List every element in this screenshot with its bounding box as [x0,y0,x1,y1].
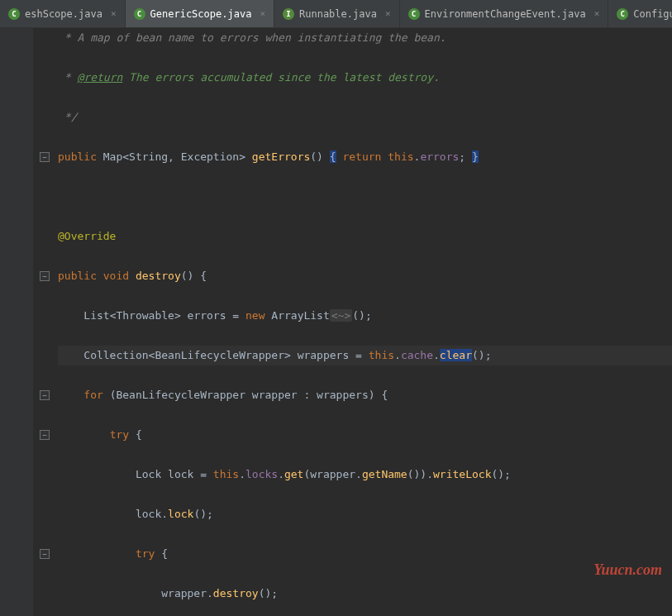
type: Exception [181,150,239,163]
keyword: this [369,349,394,361]
method: get [284,468,303,480]
variable: wrapper [310,468,355,480]
field: locks [245,468,278,480]
keyword: void [103,270,129,282]
keyword: return [342,150,381,163]
type: Collection [83,349,148,361]
editor-tabs: CeshScope.java×CGenericScope.java×IRunna… [0,0,672,28]
javadoc: The errors accumulated since the latest … [122,71,440,84]
keyword: new [245,309,265,322]
hint: <~> [330,309,352,322]
brace: } [472,150,479,163]
method: destroy [136,270,181,282]
field: cache [401,349,433,361]
variable: wrappers [317,389,369,401]
method: destroy [213,587,259,599]
close-icon[interactable]: × [256,8,265,19]
keyword: public [58,150,97,163]
class-icon: C [617,8,628,20]
keyword: public [58,270,97,282]
variable: lock [136,508,161,520]
editor-tab[interactable]: CGenericScope.java× [126,0,274,27]
type: BeanLifecycleWrapper [116,389,245,401]
fold-icon[interactable]: − [40,152,50,162]
editor-tab[interactable]: CConfigurationPro [608,0,672,27]
method: writeLock [433,468,491,480]
selection: clear [440,349,472,361]
type: Lock [136,468,161,480]
keyword: for [83,389,102,401]
annotation: @Override [58,230,116,242]
highlighted-line: Collection<BeanLifecycleWrapper> wrapper… [58,346,672,365]
variable: wrappers [298,349,350,361]
fold-icon[interactable]: − [40,549,50,559]
method: lock [168,508,193,520]
class-icon: C [8,8,20,20]
variable: errors [188,309,226,322]
type: BeanLifecycleWrapper [155,349,284,361]
tab-label: GenericScope.java [150,8,252,20]
close-icon[interactable]: × [591,8,600,19]
variable: wrapper [161,587,207,599]
type: String [129,150,168,163]
fold-icon[interactable]: − [40,430,50,440]
class-icon: C [134,8,145,20]
method: getName [362,468,407,480]
javadoc-tag: @return [77,71,122,84]
tab-label: Runnable.java [299,8,377,20]
close-icon[interactable]: × [382,8,391,19]
watermark: Yuucn.com [593,561,662,579]
type: List [83,309,109,322]
fold-icon[interactable]: − [40,271,50,281]
brace: { [330,150,336,163]
type: Throwable [116,309,174,322]
code-editor[interactable]: * A map of bean name to errors when inst… [33,28,672,616]
tab-label: ConfigurationPro [633,8,672,20]
editor-tab[interactable]: IRunnable.java× [274,0,400,27]
keyword: this [388,150,413,163]
editor-tab[interactable]: CeshScope.java× [0,0,126,27]
tab-label: EnvironmentChangeEvent.java [425,8,586,20]
keyword: this [213,468,239,480]
comment: * A map of bean name to errors when inst… [58,31,446,44]
variable: lock [168,468,193,480]
variable: wrapper [252,389,298,401]
comment: * [58,71,77,84]
fold-icon[interactable]: − [40,390,50,400]
editor-tab[interactable]: CEnvironmentChangeEvent.java× [400,0,609,27]
close-icon[interactable]: × [107,8,117,19]
class-icon: C [408,8,420,20]
keyword: try [136,547,155,560]
tab-label: eshScope.java [25,8,102,20]
method: getErrors [252,150,310,163]
interface-icon: I [283,8,294,20]
comment: */ [58,111,77,123]
keyword: try [110,428,129,441]
type: ArrayList [271,309,329,322]
type: Map [103,150,122,163]
editor-gutter [0,28,33,616]
field: errors [420,150,459,163]
